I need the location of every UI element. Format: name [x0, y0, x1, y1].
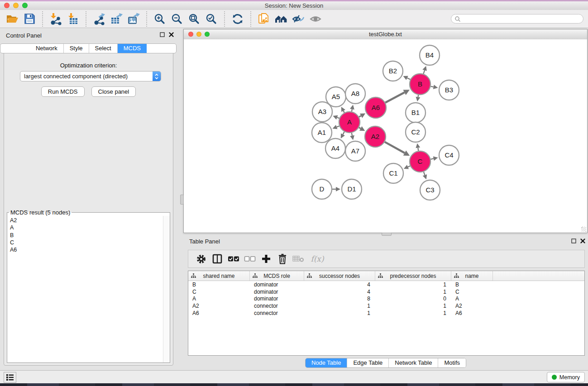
table-tab-network-table[interactable]: Network Table [388, 358, 438, 367]
refresh-layout-button[interactable] [230, 11, 245, 27]
node-C3[interactable]: C3 [420, 180, 440, 200]
cell-successor-nodes[interactable]: 8 [304, 295, 375, 302]
hide-selected-button[interactable] [291, 11, 306, 27]
edge-B-B1[interactable] [416, 95, 421, 102]
search-input[interactable] [463, 15, 583, 23]
criterion-dropdown[interactable]: largest connected component (directed) [20, 71, 161, 81]
node-C1[interactable]: C1 [383, 163, 403, 183]
cell-shared-name[interactable]: B [188, 281, 250, 288]
node-A4[interactable]: A4 [325, 138, 345, 158]
save-session-button[interactable] [22, 11, 37, 27]
cell-predecessor-nodes[interactable]: 1 [375, 289, 451, 295]
task-history-button[interactable] [4, 372, 16, 383]
cell-name[interactable]: A [451, 295, 493, 302]
table-row-a6[interactable]: A6connector11A6 [188, 310, 584, 317]
column-header-shared-name[interactable]: shared name [188, 271, 250, 281]
mcds-result-item[interactable]: B [10, 232, 163, 239]
cell-shared-name[interactable]: A2 [188, 303, 250, 309]
edge-A-A7[interactable] [350, 133, 354, 140]
cell-successor-nodes[interactable]: 4 [304, 281, 375, 288]
edge-A-A3[interactable] [333, 115, 339, 119]
edge-B-B4[interactable] [422, 66, 427, 74]
edge-B-B3[interactable] [431, 85, 438, 89]
node-A2[interactable]: A2 [365, 126, 386, 147]
zoom-fit-button[interactable] [186, 11, 202, 27]
edge-A6-B[interactable] [385, 90, 410, 103]
table-settings-button[interactable] [193, 252, 209, 266]
table-row-c[interactable]: Cdominator41C [188, 288, 584, 295]
splitter-handle-vertical[interactable] [180, 195, 184, 205]
export-image-button[interactable] [126, 11, 141, 27]
column-visibility-button[interactable] [210, 252, 225, 266]
cell-mcds-role[interactable]: dominator [250, 289, 304, 295]
cell-name[interactable]: A2 [451, 303, 493, 309]
edge-A-A8[interactable] [350, 105, 354, 111]
edge-C-C2[interactable] [416, 143, 420, 151]
close-panel-icon[interactable] [580, 238, 585, 243]
table-row-b[interactable]: Bdominator41B [188, 281, 584, 288]
node-D[interactable]: D [312, 179, 332, 199]
edge-C-C1[interactable] [404, 165, 410, 169]
node-A6[interactable]: A6 [365, 97, 386, 118]
close-panel-button[interactable]: Close panel [91, 86, 136, 97]
deselect-all-button[interactable] [242, 252, 258, 266]
cell-shared-name[interactable]: A6 [188, 310, 250, 316]
float-panel-icon[interactable] [571, 238, 576, 243]
edge-C-C3[interactable] [423, 172, 427, 180]
cell-mcds-role[interactable]: connector [250, 310, 304, 316]
cell-mcds-role[interactable]: dominator [250, 281, 304, 288]
node-B1[interactable]: B1 [406, 103, 425, 123]
cell-shared-name[interactable]: C [188, 289, 250, 295]
cell-predecessor-nodes[interactable]: 1 [375, 310, 451, 316]
cell-name[interactable]: A6 [451, 310, 493, 316]
mcds-result-item[interactable]: A6 [10, 246, 163, 253]
edge-D-D1[interactable] [332, 187, 340, 191]
import-table-button[interactable] [65, 11, 81, 27]
edge-A-A2[interactable] [359, 126, 365, 131]
mcds-result-item[interactable]: A2 [10, 217, 163, 224]
toolbar-search-field[interactable] [451, 14, 583, 24]
tab-network[interactable]: Network [30, 44, 63, 53]
node-A8[interactable]: A8 [345, 84, 365, 104]
home-views-button[interactable] [273, 11, 289, 27]
node-A[interactable]: A [339, 112, 360, 133]
tab-select[interactable]: Select [89, 44, 117, 53]
float-panel-icon[interactable] [160, 32, 165, 37]
column-header-successor-nodes[interactable]: successor nodes [304, 271, 375, 281]
zoom-selected-button[interactable] [204, 11, 219, 27]
cell-name[interactable]: C [451, 289, 493, 295]
node-C2[interactable]: C2 [406, 122, 425, 142]
add-column-button[interactable] [258, 252, 274, 266]
open-session-button[interactable] [5, 11, 20, 27]
table-tab-edge-table[interactable]: Edge Table [347, 358, 388, 367]
node-B4[interactable]: B4 [420, 45, 440, 65]
result-scrollbar[interactable] [163, 216, 170, 362]
edge-A-A1[interactable] [332, 125, 339, 129]
table-row-a[interactable]: Adominator80A [188, 295, 584, 303]
cell-successor-nodes[interactable]: 4 [304, 289, 375, 295]
show-all-button[interactable] [308, 11, 323, 27]
node-C4[interactable]: C4 [439, 145, 459, 165]
clone-network-button[interactable] [256, 11, 272, 27]
node-A1[interactable]: A1 [312, 123, 332, 143]
node-A5[interactable]: A5 [326, 87, 346, 107]
node-B[interactable]: B [410, 74, 430, 95]
zoom-out-button[interactable] [169, 11, 185, 27]
resize-grip[interactable] [581, 227, 586, 232]
mcds-result-item[interactable]: A [10, 224, 163, 231]
node-A7[interactable]: A7 [345, 141, 365, 161]
function-builder-button[interactable]: f(x) [307, 252, 327, 266]
cell-mcds-role[interactable]: dominator [250, 295, 304, 302]
column-header-predecessor-nodes[interactable]: predecessor nodes [375, 271, 451, 281]
delete-table-button[interactable] [291, 252, 306, 266]
cell-predecessor-nodes[interactable]: 1 [375, 281, 451, 288]
zoom-in-button[interactable] [152, 11, 167, 27]
cell-predecessor-nodes[interactable]: 1 [375, 303, 451, 309]
import-network-button[interactable] [48, 11, 63, 27]
node-B2[interactable]: B2 [383, 61, 403, 81]
tab-mcds[interactable]: MCDS [117, 44, 147, 53]
delete-columns-button[interactable] [275, 252, 290, 266]
export-table-button[interactable] [109, 11, 124, 27]
edge-A-A5[interactable] [341, 107, 345, 113]
node-D1[interactable]: D1 [342, 179, 362, 199]
